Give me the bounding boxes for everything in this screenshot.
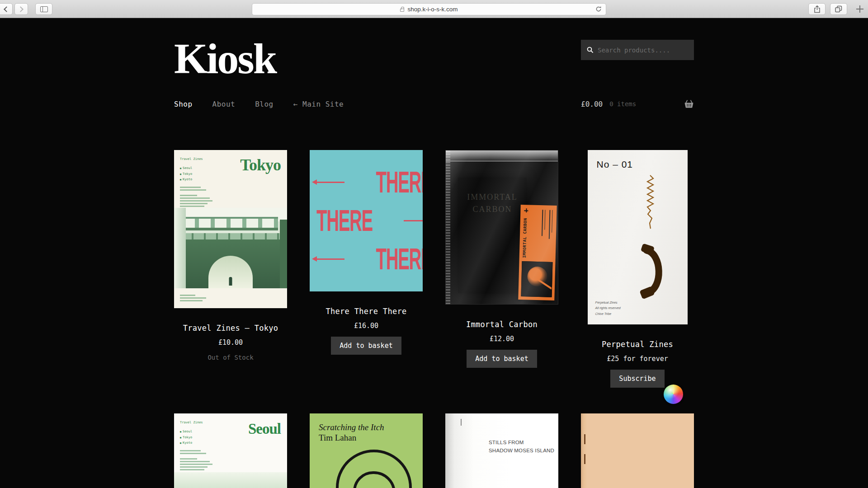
main-nav: Shop About Blog ← Main Site [174,100,344,108]
cover-city: Kyoto [180,177,212,183]
cart-count: 0 items [609,100,636,108]
cover-credit-lines [180,450,212,470]
cover-word: THERE [376,244,423,274]
cover-caption-lines [180,295,206,303]
nav-blog[interactable]: Blog [255,100,274,108]
product-title[interactable]: Immortal Carbon [466,320,538,329]
product-price: £25 for forever [607,355,668,363]
tab-overview-button[interactable] [830,3,847,15]
search-box[interactable] [581,40,694,60]
bag-zipper [446,150,450,304]
product-card-perpetual-zines: No – 01 Perpetual Zines All rights reser… [581,150,694,388]
cover-title: Seoul [248,421,281,437]
product-image-perpetual-zines[interactable]: No – 01 Perpetual Zines All rights reser… [588,150,688,324]
product-grid: Travel Zines Seoul Tokyo Kyoto Tokyo Tra… [174,150,694,488]
site-logo[interactable]: Kiosk [174,39,276,79]
basket-icon[interactable] [684,99,694,108]
nav-main-site[interactable]: ← Main Site [293,100,344,108]
cover-spine-stitches [584,434,585,444]
stock-status: Out of Stock [208,354,253,361]
product-image-immortal-carbon[interactable]: IMMORTAL CARBON IMMORTAL CARBON [445,150,558,305]
register-mark-icon [524,209,528,213]
cover-word: THERE [316,206,373,236]
cart-widget[interactable]: £0.00 0 items [581,99,694,108]
cover-title: Scratching the Itch [319,422,423,432]
cover-registration-mark [461,419,462,426]
right-arrow-icon [404,220,423,221]
share-icon [814,5,821,13]
left-arrow-icon [316,182,344,183]
card-rule-lines [542,210,553,239]
cover-author: Tim Lahan [319,433,423,443]
site-header: Kiosk [174,39,694,79]
product-image-stills-shadow-moses[interactable]: STILLS FROM SHADOW MOSES ISLAND [445,413,558,488]
cover-photo-train [174,208,287,288]
cover-issue-number: No – 01 [588,150,688,170]
nav-shop[interactable]: Shop [174,100,193,108]
product-image-scratching-the-itch[interactable]: Scratching the Itch Tim Lahan [310,413,423,488]
cover-title: IMMORTAL CARBON [466,191,519,216]
product-title[interactable]: Perpetual Zines [602,340,673,349]
card-portrait-photo [521,261,552,297]
product-card-scratching-the-itch: Scratching the Itch Tim Lahan [310,413,423,488]
product-image-travel-zines-seoul[interactable]: Travel Zines Seoul Tokyo Kyoto Seoul [174,413,287,488]
refresh-button[interactable] [595,6,602,14]
share-button[interactable] [808,3,826,15]
product-card-travel-zines-tokyo: Travel Zines Seoul Tokyo Kyoto Tokyo Tra… [174,150,287,361]
tabs-icon [835,5,842,13]
add-to-basket-button[interactable]: Add to basket [331,337,401,355]
subscribe-button[interactable]: Subscribe [610,370,664,388]
cover-city: Tokyo [180,171,212,177]
spinning-wait-cursor [664,385,683,404]
lock-icon [400,9,404,12]
product-card-immortal-carbon: IMMORTAL CARBON IMMORTAL CARBON Immortal… [445,150,558,368]
forward-button[interactable] [14,3,28,15]
cover-city: Tokyo [180,435,212,441]
product-card-peach-zine [581,413,694,488]
product-price: £10.00 [218,338,243,347]
product-image-peach-zine[interactable] [581,413,694,488]
nav-about[interactable]: About [212,100,236,108]
address-bar[interactable]: shop.k-i-o-s-k.com [252,3,606,15]
cover-orange-card: IMMORTAL CARBON [518,205,557,300]
cover-word: THERE [376,167,423,197]
back-button[interactable] [0,3,13,15]
cover-series-label: Travel Zines [180,420,212,426]
refresh-icon [595,6,602,12]
search-icon [587,47,594,53]
search-input[interactable] [598,47,688,54]
shop-page: Kiosk Shop About Blog ← Main Site £0.00 … [0,18,868,488]
url-text: shop.k-i-o-s-k.com [407,6,458,13]
add-to-basket-button[interactable]: Add to basket [467,350,537,368]
product-title[interactable]: Travel Zines — Tokyo [183,324,278,333]
cover-credit-lines [180,187,212,207]
cover-title: STILLS FROM SHADOW MOSES ISLAND [489,439,554,455]
card-vertical-title: IMMORTAL CARBON [522,218,528,258]
product-price: £12.00 [490,335,514,343]
cover-credits: Perpetual Zines All rights reserved Chlo… [595,300,621,317]
cover-city: Kyoto [180,440,212,446]
product-title[interactable]: There There There [326,307,406,316]
bag-seal [446,150,558,161]
left-arrow-icon [316,258,344,260]
forward-icon [18,6,24,12]
product-price: £16.00 [354,322,378,330]
new-tab-icon[interactable] [856,5,864,13]
back-icon [4,6,9,12]
product-card-stills-shadow-moses: STILLS FROM SHADOW MOSES ISLAND [445,413,558,488]
sidebar-icon [40,6,48,12]
sidebar-button[interactable] [35,3,52,15]
cover-book: IMMORTAL CARBON [458,178,527,293]
phone-handset-illustration [629,174,670,300]
cover-city: Seoul [180,165,212,171]
cover-city: Seoul [180,429,212,435]
product-image-travel-zines-tokyo[interactable]: Travel Zines Seoul Tokyo Kyoto Tokyo [174,150,287,308]
product-card-there-there-there: THERE THERE THERE There There There £16.… [310,150,423,355]
nav-row: Shop About Blog ← Main Site £0.00 0 item… [174,99,694,108]
cover-series-label: Travel Zines [180,156,212,162]
cover-title: Tokyo [240,155,281,174]
product-card-travel-zines-seoul: Travel Zines Seoul Tokyo Kyoto Seoul [174,413,287,488]
product-image-there-there-there[interactable]: THERE THERE THERE [310,150,423,291]
cart-total: £0.00 [581,100,603,108]
cover-photo [174,472,287,488]
